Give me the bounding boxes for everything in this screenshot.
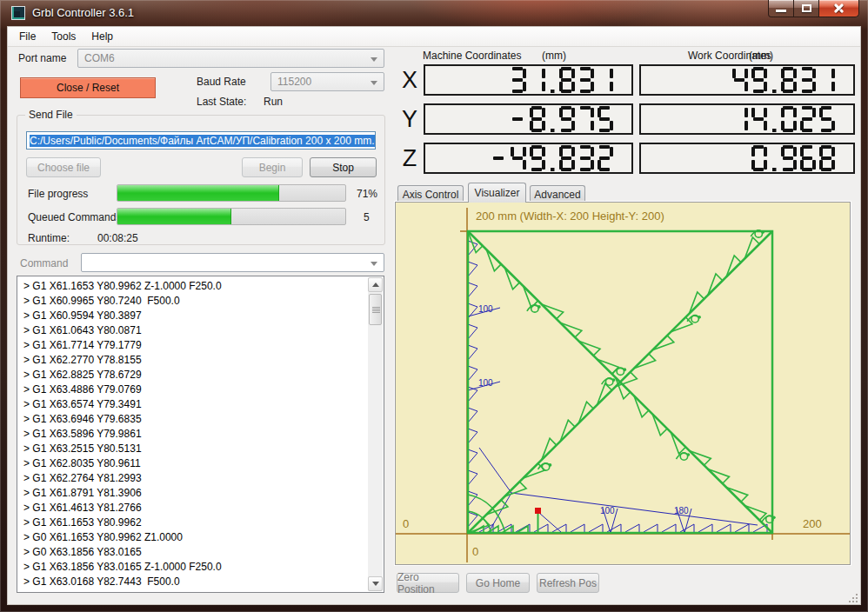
log-line[interactable]: > G1 X60.9965 Y80.7240 F500.0 — [17, 294, 384, 309]
log-line[interactable]: > G0 X63.1856 Y83.0165 — [17, 545, 384, 560]
svg-text:200: 200 — [803, 517, 822, 530]
maximize-icon — [802, 4, 811, 12]
chevron-down-icon — [371, 262, 377, 266]
file-path-value: C:/Users/Public/Documents/Файлы ArtCAM/У… — [30, 135, 376, 147]
log-line[interactable]: > G1 X62.8035 Y80.9611 — [17, 456, 384, 471]
zero-position-button[interactable]: Zero Position — [397, 573, 459, 593]
machine-z-display — [424, 143, 633, 174]
refresh-pos-button[interactable]: Refresh Pos — [537, 573, 599, 593]
log-line[interactable]: > G1 X63.6946 Y79.6835 — [17, 412, 384, 427]
arrow-down-icon — [372, 582, 379, 586]
queued-commands-bar — [117, 208, 346, 225]
svg-text:100: 100 — [478, 378, 493, 388]
tab-axis-control[interactable]: Axis Control — [397, 185, 464, 203]
menu-item-help[interactable]: Help — [83, 28, 121, 45]
file-progress-bar — [117, 184, 346, 202]
log-line[interactable]: > G1 X61.7714 Y79.1779 — [17, 338, 384, 353]
queued-commands-label: Queued Commands — [28, 211, 121, 223]
send-file-group: Send File C:/Users/Public/Documents/Файл… — [17, 115, 385, 245]
log-line[interactable]: > G1 X63.6574 Y79.3491 — [17, 397, 384, 412]
baud-rate-select[interactable]: 115200 — [270, 72, 384, 91]
close-reset-button[interactable]: Close / Reset — [20, 77, 156, 98]
resize-grip[interactable] — [849, 594, 858, 602]
go-home-button[interactable]: Go Home — [466, 573, 530, 593]
command-combobox[interactable] — [81, 253, 384, 272]
svg-text:180: 180 — [674, 506, 689, 516]
begin-button[interactable]: Begin — [242, 157, 303, 177]
svg-text:0: 0 — [403, 517, 409, 530]
queued-commands-value: 5 — [364, 211, 370, 223]
last-state-label: Last State: — [197, 96, 246, 108]
log-line[interactable]: > G1 X61.0643 Y80.0871 — [17, 323, 384, 338]
log-line[interactable]: > G1 X63.2515 Y80.5131 — [17, 442, 384, 456]
work-y-display — [639, 103, 855, 135]
file-progress-value: 71% — [357, 188, 377, 200]
title-bar[interactable]: Grbl Controller 3.6.1 — [0, 0, 868, 26]
log-line[interactable]: > G1 X62.8825 Y78.6729 — [17, 368, 384, 382]
window-title: Grbl Controller 3.6.1 — [32, 6, 134, 19]
port-name-label: Port name — [18, 52, 66, 64]
svg-text:100: 100 — [600, 506, 615, 516]
axis-z-label: Z — [398, 143, 421, 174]
tab-advanced[interactable]: Advanced — [530, 185, 585, 203]
log-line[interactable]: > G0 X61.1653 Y80.9962 Z1.0000 — [17, 530, 384, 545]
baud-rate-label: Baud Rate — [197, 76, 246, 88]
log-line[interactable]: > G1 X62.2764 Y81.2993 — [17, 471, 384, 486]
send-file-group-title: Send File — [25, 109, 77, 121]
port-name-select[interactable]: COM6 — [77, 49, 384, 68]
menu-bar: FileToolsHelp — [8, 27, 860, 47]
client-area: FileToolsHelp Port name COM6 Close / Res… — [7, 26, 861, 605]
stop-button[interactable]: Stop — [310, 157, 377, 177]
file-progress-label: File progress — [28, 188, 88, 200]
svg-text:200 mm (Width-X: 200 Height-: 200 mm (Width-X: 200 Height-Y: 200) — [476, 210, 664, 223]
menu-item-file[interactable]: File — [11, 28, 43, 45]
visualizer-canvas[interactable]: 200 mm (Width-X: 200 Height-Y: 200)02000… — [396, 203, 850, 564]
log-line[interactable]: > G1 X61.1653 Y80.9962 — [17, 516, 384, 530]
machine-coordinates-label: Machine Coordinates — [423, 50, 521, 62]
port-name-value: COM6 — [84, 52, 115, 64]
log-line[interactable]: > G1 X61.4613 Y81.2766 — [17, 501, 384, 516]
machine-units-label: (mm) — [542, 50, 566, 62]
work-z-display — [639, 143, 855, 174]
file-path-input[interactable]: C:/Users/Public/Documents/Файлы ArtCAM/У… — [26, 131, 376, 150]
last-state-value: Run — [264, 96, 283, 108]
command-label: Command — [20, 257, 68, 269]
axis-y-label: Y — [398, 103, 421, 135]
runtime-label: Runtime: — [28, 232, 70, 244]
log-line[interactable]: > G1 X61.8791 Y81.3906 — [17, 486, 384, 501]
chevron-down-icon — [371, 81, 377, 85]
command-log[interactable]: > G1 X61.1653 Y80.9962 Z-1.0000 F250.0> … — [17, 276, 384, 593]
svg-text:100: 100 — [478, 304, 493, 314]
log-line[interactable]: > G1 X63.0168 Y82.7443 F500.0 — [17, 575, 384, 589]
thumb-grip-icon — [372, 309, 380, 309]
work-units-label: (mm) — [749, 50, 773, 62]
minimize-button[interactable] — [768, 0, 794, 17]
visualizer-panel: 200 mm (Width-X: 200 Height-Y: 200)02000… — [395, 202, 851, 565]
close-icon — [833, 3, 845, 14]
log-line[interactable]: > G1 X61.1653 Y80.9962 Z-1.0000 F250.0 — [17, 279, 384, 294]
tab-visualizer[interactable]: Visualizer — [468, 183, 526, 203]
machine-x-display — [424, 64, 633, 96]
content-area: Port name COM6 Close / Reset Baud Rate 1… — [8, 47, 860, 604]
log-line[interactable]: > G1 X63.4886 Y79.0769 — [17, 382, 384, 397]
axis-x-label: X — [398, 64, 421, 96]
arrow-up-icon — [372, 283, 379, 287]
close-button[interactable] — [819, 0, 859, 17]
runtime-value: 00:08:25 — [97, 232, 138, 244]
work-x-display — [639, 64, 855, 96]
log-scrollbar[interactable] — [368, 277, 383, 591]
log-line[interactable]: > G1 X63.1856 Y83.0165 Z-1.0000 F250.0 — [17, 560, 384, 575]
scroll-up-button[interactable] — [368, 277, 383, 292]
log-line[interactable]: > G1 X60.9594 Y80.3897 — [17, 309, 384, 323]
machine-y-display — [424, 103, 633, 135]
chevron-down-icon — [371, 57, 377, 62]
baud-rate-value: 115200 — [277, 76, 311, 88]
log-line[interactable]: > G1 X63.5896 Y79.9861 — [17, 427, 384, 442]
log-line[interactable]: > G1 X62.2770 Y78.8155 — [17, 353, 384, 368]
menu-item-tools[interactable]: Tools — [43, 28, 83, 45]
minimize-icon — [776, 10, 786, 12]
maximize-button[interactable] — [794, 0, 819, 17]
choose-file-button[interactable]: Choose file — [26, 157, 101, 177]
scroll-down-button[interactable] — [368, 576, 383, 591]
scroll-thumb[interactable] — [369, 294, 382, 325]
